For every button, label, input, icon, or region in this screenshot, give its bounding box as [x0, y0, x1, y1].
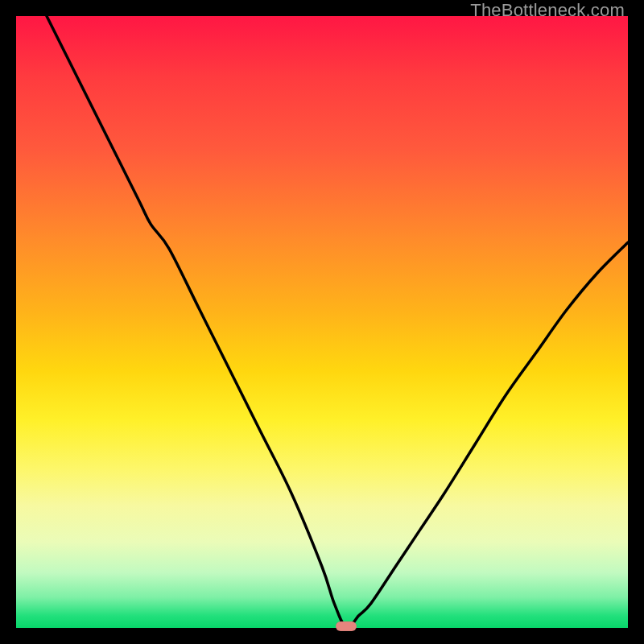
curve-path	[47, 16, 628, 628]
chart-frame: TheBottleneck.com	[0, 0, 644, 644]
bottleneck-curve	[16, 16, 628, 628]
optimum-marker	[336, 621, 357, 631]
plot-area	[16, 16, 628, 628]
